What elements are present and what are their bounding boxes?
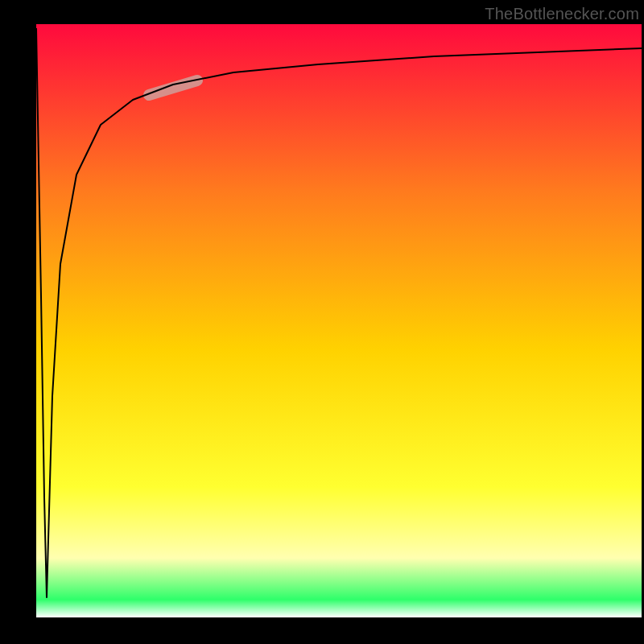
gradient-background bbox=[36, 24, 642, 617]
plot-area bbox=[36, 24, 642, 617]
chart-frame: TheBottlenecker.com bbox=[0, 0, 644, 644]
watermark-label: TheBottlenecker.com bbox=[485, 5, 639, 23]
chart-svg bbox=[36, 24, 642, 617]
